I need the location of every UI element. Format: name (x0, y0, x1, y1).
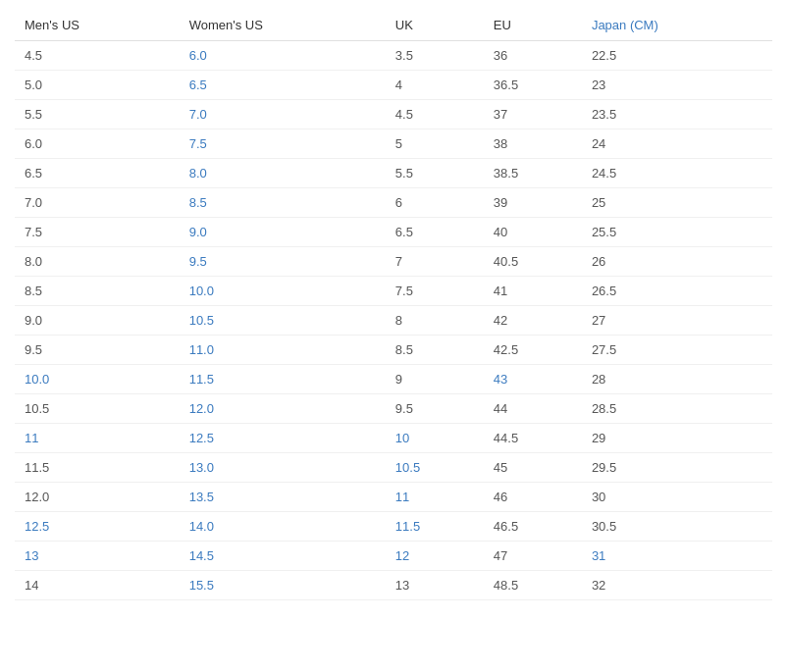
table-cell: 11.5 (180, 365, 386, 394)
table-row: 4.56.03.53622.5 (15, 41, 772, 71)
table-cell: 9.5 (180, 247, 386, 277)
table-cell: 11 (386, 483, 484, 512)
table-cell: 12.5 (15, 512, 180, 542)
table-cell: 5.5 (15, 100, 180, 129)
table-row: 8.510.07.54126.5 (15, 277, 772, 306)
table-cell: 11 (15, 424, 180, 453)
table-cell: 44.5 (484, 424, 582, 453)
table-cell: 12.5 (180, 424, 386, 453)
table-row: 6.58.05.538.524.5 (15, 159, 772, 188)
table-row: 10.011.594328 (15, 365, 772, 394)
table-row: 5.06.5436.523 (15, 71, 772, 100)
table-cell: 5 (386, 129, 484, 159)
table-row: 6.07.553824 (15, 129, 772, 159)
header-eu: EU (484, 10, 582, 41)
table-cell: 28 (582, 365, 772, 394)
table-cell: 25.5 (582, 218, 772, 247)
table-cell: 9.5 (386, 394, 484, 424)
table-row: 7.08.563925 (15, 188, 772, 218)
table-row: 1314.5124731 (15, 542, 772, 571)
table-row: 12.013.5114630 (15, 483, 772, 512)
table-row: 11.513.010.54529.5 (15, 453, 772, 483)
table-cell: 12.0 (15, 483, 180, 512)
table-row: 8.09.5740.526 (15, 247, 772, 277)
table-cell: 9.0 (15, 306, 180, 336)
table-cell: 9.0 (180, 218, 386, 247)
table-cell: 23 (582, 71, 772, 100)
table-cell: 7.5 (386, 277, 484, 306)
table-cell: 32 (582, 571, 772, 600)
table-cell: 6.5 (386, 218, 484, 247)
table-cell: 10.0 (15, 365, 180, 394)
header-mens: Men's US (15, 10, 180, 41)
table-cell: 10.5 (386, 453, 484, 483)
size-chart-container: Men's US Women's US UK EU Japan (CM) 4.5… (0, 0, 787, 610)
table-cell: 36 (484, 41, 582, 71)
header-uk: UK (386, 10, 484, 41)
table-cell: 37 (484, 100, 582, 129)
table-cell: 29 (582, 424, 772, 453)
table-cell: 46.5 (484, 512, 582, 542)
table-cell: 42 (484, 306, 582, 336)
table-cell: 26.5 (582, 277, 772, 306)
table-cell: 10 (386, 424, 484, 453)
table-cell: 24.5 (582, 159, 772, 188)
table-cell: 48.5 (484, 571, 582, 600)
table-cell: 6.0 (15, 129, 180, 159)
table-cell: 38.5 (484, 159, 582, 188)
table-cell: 8.5 (180, 188, 386, 218)
table-cell: 26 (582, 247, 772, 277)
table-cell: 44 (484, 394, 582, 424)
table-cell: 7.0 (180, 100, 386, 129)
table-cell: 6 (386, 188, 484, 218)
table-cell: 43 (484, 365, 582, 394)
table-cell: 14.5 (180, 542, 386, 571)
table-cell: 6.5 (180, 71, 386, 100)
table-cell: 4.5 (386, 100, 484, 129)
table-cell: 40.5 (484, 247, 582, 277)
table-cell: 47 (484, 542, 582, 571)
table-row: 5.57.04.53723.5 (15, 100, 772, 129)
table-cell: 7.5 (15, 218, 180, 247)
table-cell: 8.5 (15, 277, 180, 306)
table-header-row: Men's US Women's US UK EU Japan (CM) (15, 10, 772, 41)
table-cell: 7 (386, 247, 484, 277)
table-cell: 46 (484, 483, 582, 512)
table-cell: 11.0 (180, 336, 386, 365)
table-row: 10.512.09.54428.5 (15, 394, 772, 424)
table-row: 1415.51348.532 (15, 571, 772, 600)
table-cell: 13 (15, 542, 180, 571)
table-cell: 7.0 (15, 188, 180, 218)
table-cell: 39 (484, 188, 582, 218)
table-cell: 8 (386, 306, 484, 336)
table-cell: 31 (582, 542, 772, 571)
table-cell: 4.5 (15, 41, 180, 71)
table-cell: 27 (582, 306, 772, 336)
table-cell: 36.5 (484, 71, 582, 100)
table-cell: 10.0 (180, 277, 386, 306)
table-cell: 45 (484, 453, 582, 483)
table-cell: 10.5 (180, 306, 386, 336)
table-row: 7.59.06.54025.5 (15, 218, 772, 247)
table-cell: 12 (386, 542, 484, 571)
table-cell: 13 (386, 571, 484, 600)
table-cell: 25 (582, 188, 772, 218)
table-cell: 12.0 (180, 394, 386, 424)
table-cell: 27.5 (582, 336, 772, 365)
table-cell: 6.0 (180, 41, 386, 71)
table-cell: 30 (582, 483, 772, 512)
table-cell: 11.5 (386, 512, 484, 542)
table-row: 9.511.08.542.527.5 (15, 336, 772, 365)
table-cell: 30.5 (582, 512, 772, 542)
table-cell: 41 (484, 277, 582, 306)
table-row: 9.010.584227 (15, 306, 772, 336)
table-cell: 14 (15, 571, 180, 600)
table-cell: 10.5 (15, 394, 180, 424)
table-cell: 7.5 (180, 129, 386, 159)
table-row: 1112.51044.529 (15, 424, 772, 453)
table-cell: 5.0 (15, 71, 180, 100)
table-cell: 40 (484, 218, 582, 247)
table-cell: 28.5 (582, 394, 772, 424)
header-japan: Japan (CM) (582, 10, 772, 41)
table-cell: 15.5 (180, 571, 386, 600)
